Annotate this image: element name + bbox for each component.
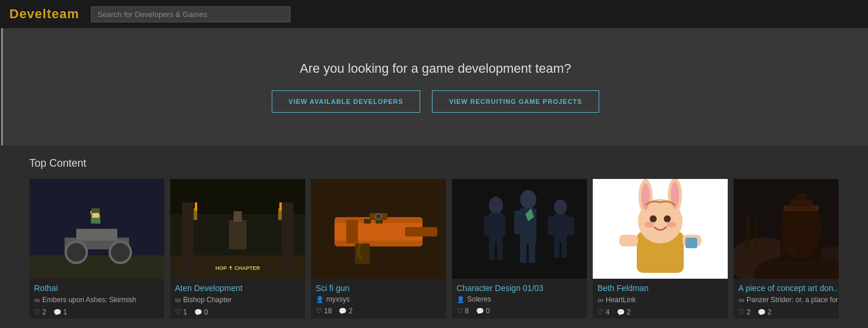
card-2-title[interactable]: Aten Development bbox=[175, 283, 300, 293]
svg-point-58 bbox=[650, 215, 657, 222]
card-5-image bbox=[593, 179, 728, 279]
card-6-title[interactable]: A piece of concept art don... bbox=[738, 283, 839, 293]
card-1-title[interactable]: Rothaí bbox=[34, 283, 160, 293]
svg-rect-47 bbox=[548, 217, 555, 235]
comment-icon bbox=[53, 308, 62, 316]
svg-rect-27 bbox=[364, 219, 371, 224]
hero-heading: Are you looking for a game development t… bbox=[300, 61, 571, 76]
card-3-image bbox=[311, 179, 446, 279]
card-6-comments: 2 bbox=[758, 308, 772, 316]
card-2-subtitle-text[interactable]: Bishop Chapter bbox=[183, 296, 232, 304]
card-6-subtitle-text[interactable]: Panzer Strider: or, a place for ... bbox=[747, 296, 839, 304]
card-1-comments: 1 bbox=[53, 308, 67, 316]
comment-icon bbox=[339, 307, 347, 315]
card-6-info: A piece of concept art don... Panzer Str… bbox=[734, 279, 839, 319]
svg-point-60 bbox=[644, 222, 654, 228]
svg-point-61 bbox=[667, 222, 676, 228]
comment-icon bbox=[617, 308, 625, 316]
card-4-info: Character Design 01/03 Soleres 8 0 bbox=[452, 279, 587, 317]
card-1-subtitle-text[interactable]: Embers upon Ashes: Skirmish bbox=[42, 296, 136, 304]
card-5-subtitle: HeartLink bbox=[597, 295, 723, 305]
card-4-title[interactable]: Character Design 01/03 bbox=[457, 283, 582, 293]
card-1-subtitle: Embers upon Ashes: Skirmish bbox=[34, 295, 160, 305]
svg-text:HOP ✝ CHAPTER: HOP ✝ CHAPTER bbox=[215, 265, 260, 271]
card-6-subtitle: Panzer Strider: or, a place for ... bbox=[738, 295, 839, 305]
card-2-stats: 1 0 bbox=[175, 308, 300, 316]
card-6-stats: 2 2 bbox=[738, 308, 839, 316]
heart-icon bbox=[316, 307, 322, 315]
comment-icon bbox=[758, 308, 766, 316]
card-1[interactable]: Rothaí Embers upon Ashes: Skirmish 2 1 bbox=[29, 179, 164, 319]
svg-point-4 bbox=[66, 242, 87, 263]
card-1-info: Rothaí Embers upon Ashes: Skirmish 2 1 bbox=[29, 279, 164, 319]
svg-rect-76 bbox=[754, 220, 757, 249]
svg-point-45 bbox=[554, 199, 567, 215]
card-5-stats: 4 2 bbox=[597, 308, 723, 316]
card-4-comments: 0 bbox=[476, 307, 490, 315]
card-6-image bbox=[734, 179, 839, 279]
card-1-image bbox=[29, 179, 164, 279]
card-4-image bbox=[452, 179, 587, 279]
svg-rect-37 bbox=[489, 242, 495, 260]
card-3-title[interactable]: Sci fi gun bbox=[316, 283, 441, 293]
svg-rect-19 bbox=[229, 220, 246, 249]
svg-rect-9 bbox=[90, 211, 92, 214]
card-2-info: Aten Development Bishop Chapter 1 0 bbox=[170, 279, 305, 319]
link-icon bbox=[34, 295, 40, 305]
card-3-stats: 18 2 bbox=[316, 307, 441, 315]
card-3-subtitle-text[interactable]: myxsys bbox=[326, 295, 350, 303]
svg-point-59 bbox=[664, 215, 671, 222]
link-icon bbox=[175, 295, 181, 305]
svg-point-39 bbox=[520, 190, 536, 209]
card-4-subtitle: Soleres bbox=[457, 295, 582, 303]
hero-banner: Are you looking for a game development t… bbox=[1, 28, 868, 146]
search-input[interactable] bbox=[91, 6, 291, 22]
card-6-likes: 2 bbox=[738, 308, 751, 316]
view-game-projects-button[interactable]: VIEW RECRUITING GAME PROJECTS bbox=[432, 90, 599, 113]
svg-rect-3 bbox=[76, 229, 117, 241]
card-3-subtitle: myxsys bbox=[316, 295, 441, 303]
svg-rect-25 bbox=[405, 227, 437, 236]
card-2[interactable]: HOP ✝ CHAPTER Aten Development Bishop Ch… bbox=[170, 179, 305, 319]
svg-rect-49 bbox=[554, 241, 559, 258]
svg-point-30 bbox=[376, 214, 381, 219]
svg-rect-43 bbox=[520, 242, 526, 263]
site-logo[interactable]: Develteam bbox=[9, 6, 79, 22]
card-5-title[interactable]: Beth Feldman bbox=[597, 283, 723, 293]
section-title: Top Content bbox=[29, 157, 839, 170]
card-1-likes: 2 bbox=[34, 308, 46, 316]
card-4[interactable]: Character Design 01/03 Soleres 8 0 bbox=[452, 179, 587, 319]
card-2-likes: 1 bbox=[175, 308, 187, 316]
heart-icon bbox=[457, 307, 463, 315]
main-content: Top Content bbox=[0, 146, 868, 328]
card-5-subtitle-text[interactable]: HeartLink bbox=[606, 296, 636, 304]
svg-point-33 bbox=[489, 197, 503, 214]
svg-rect-18 bbox=[282, 202, 293, 279]
svg-rect-50 bbox=[562, 241, 567, 258]
card-3[interactable]: Sci fi gun myxsys 18 2 bbox=[311, 179, 446, 319]
svg-rect-46 bbox=[554, 214, 567, 242]
hero-buttons: VIEW AVAILABLE DEVELOPERS VIEW RECRUITIN… bbox=[272, 90, 599, 113]
svg-rect-64 bbox=[685, 238, 697, 248]
svg-rect-62 bbox=[619, 235, 638, 246]
svg-rect-13 bbox=[195, 202, 197, 211]
svg-point-5 bbox=[110, 242, 131, 263]
svg-point-74 bbox=[781, 199, 822, 258]
link-icon bbox=[597, 295, 603, 305]
svg-rect-17 bbox=[182, 202, 194, 279]
svg-rect-31 bbox=[355, 244, 370, 264]
card-5[interactable]: Beth Feldman HeartLink 4 2 bbox=[593, 179, 728, 319]
card-4-subtitle-text[interactable]: Soleres bbox=[467, 295, 491, 303]
svg-point-55 bbox=[641, 183, 650, 210]
card-6[interactable]: A piece of concept art don... Panzer Str… bbox=[734, 179, 839, 319]
svg-rect-36 bbox=[498, 215, 505, 236]
card-4-stats: 8 0 bbox=[457, 307, 582, 315]
svg-rect-26 bbox=[346, 220, 358, 244]
view-developers-button[interactable]: VIEW AVAILABLE DEVELOPERS bbox=[272, 90, 420, 113]
cards-container: Rothaí Embers upon Ashes: Skirmish 2 1 bbox=[29, 179, 839, 319]
card-5-likes: 4 bbox=[597, 308, 610, 316]
svg-rect-48 bbox=[567, 217, 574, 235]
card-1-stats: 2 1 bbox=[34, 308, 160, 316]
svg-rect-8 bbox=[92, 208, 100, 213]
svg-rect-44 bbox=[529, 242, 535, 263]
